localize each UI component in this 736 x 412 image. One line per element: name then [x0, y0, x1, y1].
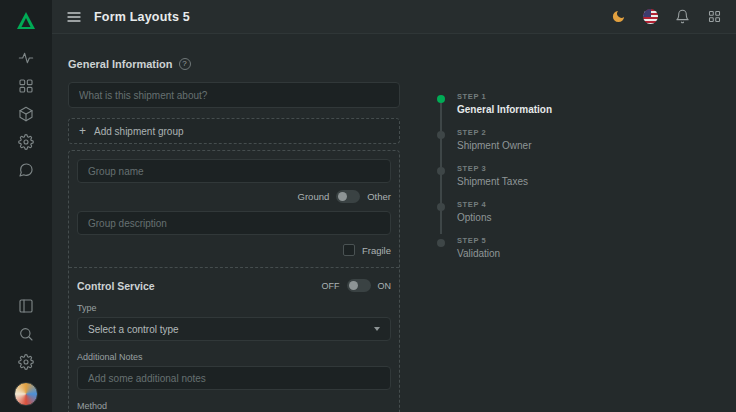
moon-icon — [611, 9, 626, 24]
step-label: Shipment Taxes — [457, 176, 528, 187]
sidebar-item-chat[interactable] — [8, 156, 44, 184]
header: Form Layouts 5 — [52, 0, 736, 34]
gear-icon — [18, 134, 34, 150]
theme-toggle-button[interactable] — [611, 9, 626, 24]
additional-notes-label: Additional Notes — [77, 352, 391, 362]
step-label: General Information — [457, 104, 552, 115]
apps-icon — [18, 78, 34, 94]
step-dot — [437, 203, 445, 211]
add-shipment-group-button[interactable]: + Add shipment group — [68, 118, 400, 144]
form-section: General Information ? + Add shipment gro… — [68, 58, 400, 412]
activity-icon — [18, 50, 34, 66]
bell-icon — [675, 9, 690, 24]
step-dot — [437, 239, 445, 247]
ground-label: Ground — [298, 191, 330, 202]
apps-menu-button[interactable] — [707, 9, 722, 24]
ground-other-toggle-row: Ground Other — [77, 190, 391, 203]
page-title: Form Layouts 5 — [94, 10, 190, 24]
us-flag-icon — [643, 9, 658, 24]
add-group-label: Add shipment group — [94, 126, 184, 137]
help-icon[interactable]: ? — [179, 58, 191, 70]
chat-icon — [18, 162, 34, 178]
settings-gear-icon — [18, 354, 34, 370]
app-logo[interactable] — [11, 6, 41, 36]
step-dot — [437, 95, 445, 103]
header-actions — [611, 9, 722, 24]
step-eyebrow: STEP 4 — [457, 200, 491, 209]
layout-icon — [18, 298, 34, 314]
toggle-knob — [349, 281, 358, 290]
logo-triangle-icon — [14, 9, 38, 33]
step-eyebrow: STEP 2 — [457, 128, 531, 137]
other-label: Other — [367, 191, 391, 202]
wizard-stepper: STEP 1 General Information STEP 2 Shipme… — [437, 92, 552, 272]
language-button[interactable] — [643, 9, 658, 24]
group-name-input[interactable] — [77, 159, 391, 183]
group-description-input[interactable] — [77, 211, 391, 235]
control-type-select[interactable]: Select a control type — [77, 317, 391, 341]
plus-icon: + — [79, 124, 86, 138]
fragile-checkbox[interactable] — [343, 244, 355, 256]
search-icon — [18, 326, 34, 342]
sidebar-item-components[interactable] — [8, 128, 44, 156]
step-eyebrow: STEP 3 — [457, 164, 528, 173]
step-1-general-information[interactable]: STEP 1 General Information — [437, 92, 552, 128]
additional-notes-input[interactable] — [77, 366, 391, 390]
section-title: General Information ? — [68, 58, 400, 70]
menu-toggle-button[interactable] — [66, 9, 82, 25]
sidebar-item-settings[interactable] — [8, 348, 44, 376]
package-icon — [18, 106, 34, 122]
user-avatar[interactable] — [14, 382, 38, 406]
step-5-validation[interactable]: STEP 5 Validation — [437, 236, 552, 272]
sidebar — [0, 0, 52, 412]
off-label: OFF — [322, 281, 340, 291]
step-eyebrow: STEP 5 — [457, 236, 500, 245]
control-type-value: Select a control type — [88, 324, 179, 335]
control-service-title: Control Service — [77, 280, 155, 292]
step-eyebrow: STEP 1 — [457, 92, 552, 101]
method-label: Method — [77, 401, 391, 411]
step-4-options[interactable]: STEP 4 Options — [437, 200, 552, 236]
sidebar-item-package[interactable] — [8, 100, 44, 128]
control-service-header: Control Service OFF ON — [77, 279, 391, 292]
step-3-shipment-taxes[interactable]: STEP 3 Shipment Taxes — [437, 164, 552, 200]
hamburger-icon — [66, 9, 82, 25]
on-label: ON — [378, 281, 392, 291]
sidebar-item-apps[interactable] — [8, 72, 44, 100]
fragile-row: Fragile — [77, 244, 391, 256]
sidebar-bottom — [8, 292, 44, 406]
toggle-knob — [338, 192, 347, 201]
ground-other-toggle[interactable] — [336, 190, 360, 203]
shipment-group-panel: Ground Other Fragile Control Service OFF… — [68, 150, 400, 412]
notifications-button[interactable] — [675, 9, 690, 24]
step-dot — [437, 167, 445, 175]
panel-divider — [69, 267, 399, 268]
off-on-toggle[interactable] — [347, 279, 371, 292]
step-label: Validation — [457, 248, 500, 259]
apps-grid-icon — [707, 9, 722, 24]
sidebar-item-search[interactable] — [8, 320, 44, 348]
sidebar-item-activity[interactable] — [8, 44, 44, 72]
off-on-toggle-row: OFF ON — [322, 279, 392, 292]
sidebar-item-layout[interactable] — [8, 292, 44, 320]
type-label: Type — [77, 303, 391, 313]
step-2-shipment-owner[interactable]: STEP 2 Shipment Owner — [437, 128, 552, 164]
shipment-about-input[interactable] — [68, 82, 400, 108]
chevron-down-icon — [374, 327, 380, 331]
section-title-text: General Information — [68, 58, 173, 70]
step-label: Shipment Owner — [457, 140, 531, 151]
step-dot — [437, 131, 445, 139]
step-label: Options — [457, 212, 491, 223]
fragile-label: Fragile — [362, 245, 391, 256]
